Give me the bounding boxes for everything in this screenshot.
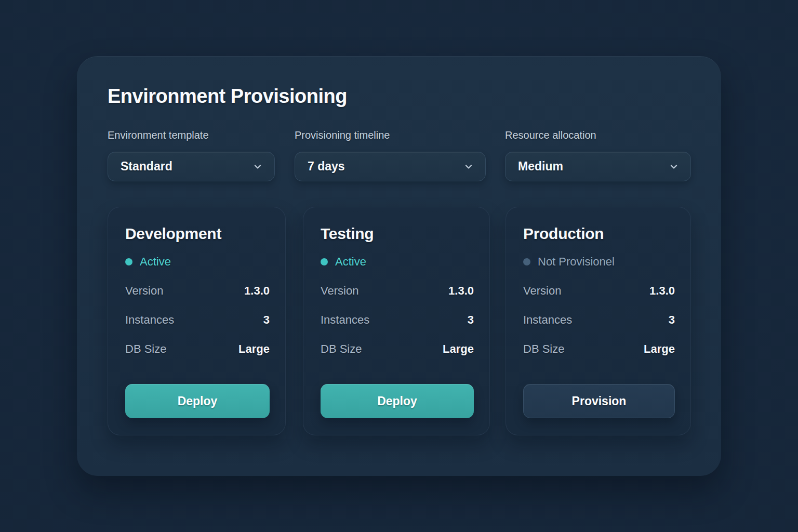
provisioning-timeline-value: 7 days bbox=[308, 159, 345, 174]
detail-label: Version bbox=[321, 284, 358, 298]
card-testing: Testing Active Version 1.3.0 Instances 3… bbox=[303, 207, 490, 435]
chevron-down-icon bbox=[252, 162, 263, 172]
field-resource-allocation: Resource allocation Medium bbox=[505, 129, 691, 181]
status-dot-icon bbox=[125, 258, 132, 265]
deploy-button[interactable]: Deploy bbox=[321, 384, 474, 418]
detail-value: 1.3.0 bbox=[244, 284, 270, 298]
status-badge: Active bbox=[321, 255, 474, 269]
status-dot-icon bbox=[321, 258, 328, 265]
detail-row-instances: Instances 3 bbox=[321, 313, 474, 327]
detail-label: DB Size bbox=[321, 342, 362, 356]
resource-allocation-value: Medium bbox=[518, 159, 563, 174]
environment-template-select[interactable]: Standard bbox=[108, 152, 275, 181]
field-provisioning-timeline: Provisioning timeline 7 days bbox=[295, 129, 486, 181]
resource-allocation-label: Resource allocation bbox=[505, 129, 691, 141]
detail-label: Version bbox=[125, 284, 163, 298]
detail-row-instances: Instances 3 bbox=[523, 313, 675, 327]
detail-label: DB Size bbox=[125, 342, 166, 356]
detail-value: Large bbox=[644, 342, 675, 356]
status-badge: Active bbox=[125, 255, 270, 269]
detail-value: Large bbox=[238, 342, 270, 356]
detail-value: Large bbox=[443, 342, 474, 356]
provisioning-panel: Environment Provisioning Environment tem… bbox=[77, 56, 721, 476]
card-title: Production bbox=[523, 225, 675, 243]
detail-rows: Version 1.3.0 Instances 3 DB Size Large bbox=[125, 284, 270, 371]
detail-row-version: Version 1.3.0 bbox=[523, 284, 675, 298]
detail-label: DB Size bbox=[523, 342, 564, 356]
page-background: Environment Provisioning Environment tem… bbox=[0, 0, 798, 532]
chevron-down-icon bbox=[463, 162, 474, 172]
provisioning-timeline-select[interactable]: 7 days bbox=[295, 152, 486, 181]
card-development: Development Active Version 1.3.0 Instanc… bbox=[108, 207, 286, 435]
status-label: Active bbox=[140, 255, 171, 269]
detail-row-instances: Instances 3 bbox=[125, 313, 270, 327]
detail-row-version: Version 1.3.0 bbox=[321, 284, 474, 298]
detail-rows: Version 1.3.0 Instances 3 DB Size Large bbox=[523, 284, 675, 371]
detail-value: 3 bbox=[468, 313, 474, 327]
detail-row-db-size: DB Size Large bbox=[321, 342, 474, 356]
detail-label: Version bbox=[523, 284, 561, 298]
card-title: Development bbox=[125, 225, 270, 243]
detail-value: 1.3.0 bbox=[649, 284, 675, 298]
detail-rows: Version 1.3.0 Instances 3 DB Size Large bbox=[321, 284, 474, 371]
status-dot-icon bbox=[523, 258, 530, 265]
environment-template-value: Standard bbox=[121, 159, 172, 174]
deploy-button[interactable]: Deploy bbox=[125, 384, 270, 418]
detail-label: Instances bbox=[523, 313, 572, 327]
detail-row-version: Version 1.3.0 bbox=[125, 284, 270, 298]
resource-allocation-select[interactable]: Medium bbox=[505, 152, 691, 181]
environment-template-label: Environment template bbox=[108, 129, 275, 141]
chevron-down-icon bbox=[669, 162, 679, 172]
detail-label: Instances bbox=[321, 313, 369, 327]
status-badge: Not Provisionel bbox=[523, 255, 675, 269]
detail-value: 3 bbox=[263, 313, 270, 327]
card-title: Testing bbox=[321, 225, 474, 243]
provision-button[interactable]: Provision bbox=[523, 384, 675, 418]
card-production: Production Not Provisionel Version 1.3.0… bbox=[506, 207, 691, 435]
status-label: Not Provisionel bbox=[538, 255, 615, 269]
status-label: Active bbox=[335, 255, 366, 269]
detail-label: Instances bbox=[125, 313, 174, 327]
detail-value: 3 bbox=[669, 313, 675, 327]
field-environment-template: Environment template Standard bbox=[108, 129, 275, 181]
detail-row-db-size: DB Size Large bbox=[523, 342, 675, 356]
detail-row-db-size: DB Size Large bbox=[125, 342, 270, 356]
detail-value: 1.3.0 bbox=[448, 284, 474, 298]
page-title: Environment Provisioning bbox=[108, 85, 347, 108]
provisioning-timeline-label: Provisioning timeline bbox=[295, 129, 486, 141]
